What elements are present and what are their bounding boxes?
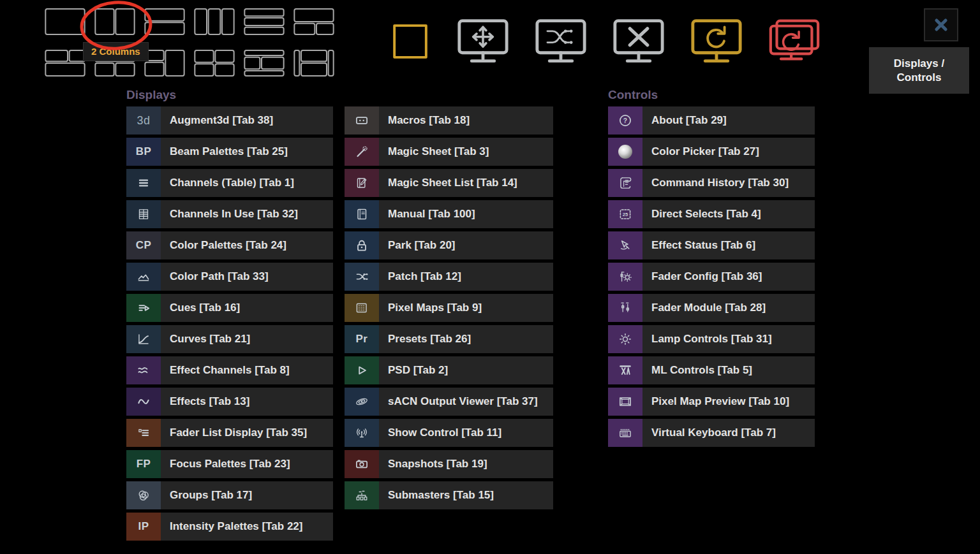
tab-list-item[interactable]: Patch [Tab 12] <box>345 263 553 291</box>
move-display-icon[interactable] <box>456 15 510 68</box>
reset-all-displays-icon[interactable] <box>768 15 821 68</box>
layout-tooltip: 2 Columns <box>83 42 149 61</box>
tab-list-item[interactable]: PrPresets [Tab 26] <box>345 325 553 353</box>
tab-list-item[interactable]: sACN Output Viewer [Tab 37] <box>345 388 553 416</box>
snapshots-icon <box>345 450 379 478</box>
fader-list-icon <box>126 419 161 447</box>
tab-list-item[interactable]: ML Controls [Tab 5] <box>608 356 815 384</box>
layout-2-rows-icon[interactable] <box>144 6 185 37</box>
tab-list-item[interactable]: Snapshots [Tab 19] <box>345 450 553 478</box>
tab-list-item[interactable]: PSD [Tab 2] <box>345 356 553 384</box>
tab-list-item[interactable]: Curves [Tab 21] <box>126 325 333 353</box>
tab-label: About [Tab 29] <box>642 106 815 135</box>
layout-bars-2-columns-icon[interactable] <box>244 48 285 78</box>
tab-list-item[interactable]: Color Path [Tab 33] <box>126 263 333 291</box>
show-control-icon <box>345 419 379 447</box>
tab-list-item[interactable]: CPColor Palettes [Tab 24] <box>126 231 333 259</box>
manual-icon <box>345 200 379 228</box>
tab-label: Pixel Map Preview [Tab 10] <box>642 388 815 416</box>
tab-list-item[interactable]: Show Control [Tab 11] <box>345 419 553 447</box>
layout-1-pane-icon[interactable] <box>45 6 85 37</box>
virtual-keyboard-icon <box>608 419 642 447</box>
close-x-icon <box>933 17 949 33</box>
layout-3-rows-icon[interactable] <box>244 6 285 37</box>
displays-controls-button[interactable]: Displays / Controls <box>869 47 969 94</box>
tab-list-item[interactable]: Effects [Tab 13] <box>126 388 333 416</box>
tab-label: Show Control [Tab 11] <box>379 419 553 447</box>
controls-list-column: ?About [Tab 29]Color Picker [Tab 27]Comm… <box>608 106 815 450</box>
tab-label: Fader Config [Tab 36] <box>642 263 815 291</box>
tab-label: Augment3d [Tab 38] <box>161 106 333 135</box>
tab-list-item[interactable]: Macros [Tab 18] <box>345 106 553 135</box>
submasters-icon <box>345 481 379 509</box>
channels-table-icon <box>126 169 161 197</box>
tab-list-item[interactable]: Fader Config [Tab 36] <box>608 263 815 291</box>
tab-list-item[interactable]: Lamp Controls [Tab 31] <box>608 325 815 353</box>
color-picker-sphere-icon <box>618 145 632 159</box>
tab-list-item[interactable]: Cues [Tab 16] <box>126 294 333 322</box>
tab-list-item[interactable]: Manual [Tab 100] <box>345 200 553 228</box>
tab-list-item[interactable]: Magic Sheet List [Tab 14] <box>345 169 553 197</box>
tab-list-item[interactable]: IPIntensity Palettes [Tab 22] <box>126 513 333 541</box>
tab-list-item[interactable]: 3dAugment3d [Tab 38] <box>126 106 333 135</box>
tab-list-item[interactable]: Pixel Maps [Tab 9] <box>345 294 553 322</box>
tab-label: ML Controls [Tab 5] <box>642 356 815 384</box>
command-history-icon <box>608 169 642 197</box>
tab-list-item[interactable]: Fader Module [Tab 28] <box>608 294 815 322</box>
tab-list-item[interactable]: Submasters [Tab 15] <box>345 481 553 509</box>
tab-label: Effects [Tab 13] <box>161 388 333 416</box>
tab-list-item[interactable]: Color Picker [Tab 27] <box>608 138 815 166</box>
tab-label: Groups [Tab 17] <box>161 481 333 509</box>
tab-list-item[interactable]: FPFocus Palettes [Tab 23] <box>126 450 333 478</box>
color-palettes-icon: CP <box>126 231 161 259</box>
tab-list-item[interactable]: BPBeam Palettes [Tab 25] <box>126 138 333 166</box>
tab-label: Fader List Display [Tab 35] <box>161 419 333 447</box>
tab-list-item[interactable]: Virtual Keyboard [Tab 7] <box>608 419 815 447</box>
tab-label: Presets [Tab 26] <box>379 325 553 353</box>
layout-left-stack-right-pane-icon[interactable] <box>144 48 185 78</box>
swap-display-icon[interactable] <box>534 15 588 68</box>
augment3d-icon: 3d <box>126 106 161 135</box>
patch-icon <box>345 263 379 291</box>
tab-list-item[interactable]: Pixel Map Preview [Tab 10] <box>608 388 815 416</box>
layout-3-columns-icon[interactable] <box>194 6 235 37</box>
close-button[interactable] <box>924 8 958 41</box>
ml-controls-icon <box>608 356 642 384</box>
tab-label: Color Path [Tab 33] <box>161 263 333 291</box>
layout-2-top-1-bottom-icon[interactable] <box>45 48 85 78</box>
tab-list-item[interactable]: Fader List Display [Tab 35] <box>126 419 333 447</box>
tab-label: Pixel Maps [Tab 9] <box>379 294 553 322</box>
layout-1-top-2-bottom-icon[interactable] <box>293 6 334 37</box>
tab-list-item[interactable]: Groups [Tab 17] <box>126 481 333 509</box>
tab-list-item[interactable]: Channels (Table) [Tab 1] <box>126 169 333 197</box>
pixel-map-preview-icon <box>608 388 642 416</box>
magic-sheet-list-icon <box>345 169 379 197</box>
layout-2-columns-icon[interactable] <box>94 6 135 37</box>
displays-list-column-1: 3dAugment3d [Tab 38]BPBeam Palettes [Tab… <box>126 106 333 544</box>
tab-list-item[interactable]: Command History [Tab 30] <box>608 169 815 197</box>
layout-sidebars-2-rows-icon[interactable] <box>293 48 334 78</box>
tab-label: Park [Tab 20] <box>379 231 553 259</box>
magic-sheet-icon <box>345 138 379 166</box>
tab-list-item[interactable]: Effect Status [Tab 6] <box>608 231 815 259</box>
tab-label: Beam Palettes [Tab 25] <box>161 138 333 166</box>
tab-list-item[interactable]: Channels In Use [Tab 32] <box>126 200 333 228</box>
presets-icon: Pr <box>345 325 379 353</box>
displays-section-header: Displays <box>126 88 176 102</box>
reset-display-icon[interactable] <box>690 15 743 68</box>
blank-display-icon[interactable] <box>389 15 432 68</box>
tab-list-item[interactable]: Magic Sheet [Tab 3] <box>345 138 553 166</box>
beam-palettes-icon: BP <box>126 138 161 166</box>
tab-label: Color Palettes [Tab 24] <box>161 231 333 259</box>
layout-4-quadrants-icon[interactable] <box>194 48 235 78</box>
tab-list-item[interactable]: ?About [Tab 29] <box>608 106 815 135</box>
effect-status-icon <box>608 231 642 259</box>
effect-channels-icon <box>126 356 161 384</box>
tab-label: Effect Status [Tab 6] <box>642 231 815 259</box>
tab-list-item[interactable]: Park [Tab 20] <box>345 231 553 259</box>
close-display-icon[interactable] <box>612 15 665 68</box>
intensity-palettes-icon: IP <box>126 513 161 541</box>
controls-section-header: Controls <box>608 88 658 102</box>
tab-list-item[interactable]: Effect Channels [Tab 8] <box>126 356 333 384</box>
tab-list-item[interactable]: 25Direct Selects [Tab 4] <box>608 200 815 228</box>
